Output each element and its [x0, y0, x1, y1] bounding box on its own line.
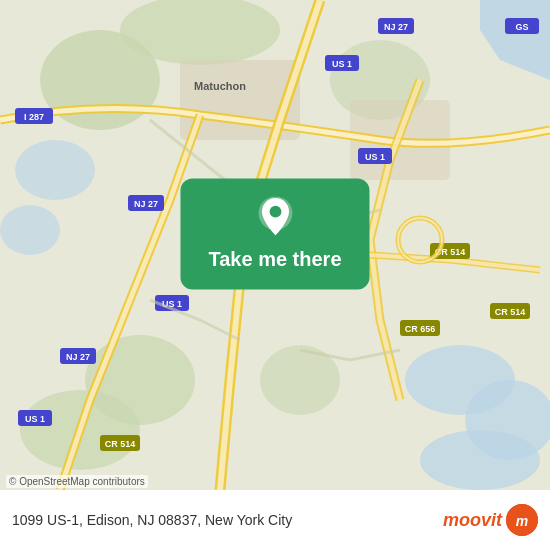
- svg-text:NJ 27: NJ 27: [66, 352, 90, 362]
- svg-text:US 1: US 1: [332, 59, 352, 69]
- svg-text:Matuchon: Matuchon: [194, 80, 246, 92]
- moovit-logo: moovit m: [443, 504, 538, 536]
- moovit-icon: m: [506, 504, 538, 536]
- bottom-bar: 1099 US-1, Edison, NJ 08837, New York Ci…: [0, 490, 550, 550]
- address-text: 1099 US-1, Edison, NJ 08837, New York Ci…: [12, 512, 292, 528]
- osm-credit: © OpenStreetMap contributors: [6, 475, 148, 488]
- svg-text:I 287: I 287: [24, 112, 44, 122]
- moovit-logo-text: moovit: [443, 510, 502, 531]
- take-me-there-button[interactable]: Take me there: [180, 178, 369, 289]
- svg-text:CR 514: CR 514: [495, 307, 526, 317]
- svg-text:US 1: US 1: [25, 414, 45, 424]
- location-pin-icon: [253, 196, 297, 240]
- svg-text:NJ 27: NJ 27: [384, 22, 408, 32]
- svg-text:GS: GS: [515, 22, 528, 32]
- svg-point-4: [420, 430, 540, 490]
- svg-text:NJ 27: NJ 27: [134, 199, 158, 209]
- svg-text:CR 656: CR 656: [405, 324, 436, 334]
- svg-text:m: m: [516, 513, 528, 529]
- svg-point-5: [15, 140, 95, 200]
- svg-text:CR 514: CR 514: [105, 439, 136, 449]
- map-container: I 287 NJ 27 US 1 GS NJ 27 NJ 27 US 1 US …: [0, 0, 550, 490]
- svg-point-6: [0, 205, 60, 255]
- svg-text:US 1: US 1: [365, 152, 385, 162]
- svg-point-45: [269, 206, 281, 218]
- take-me-there-label: Take me there: [208, 248, 341, 271]
